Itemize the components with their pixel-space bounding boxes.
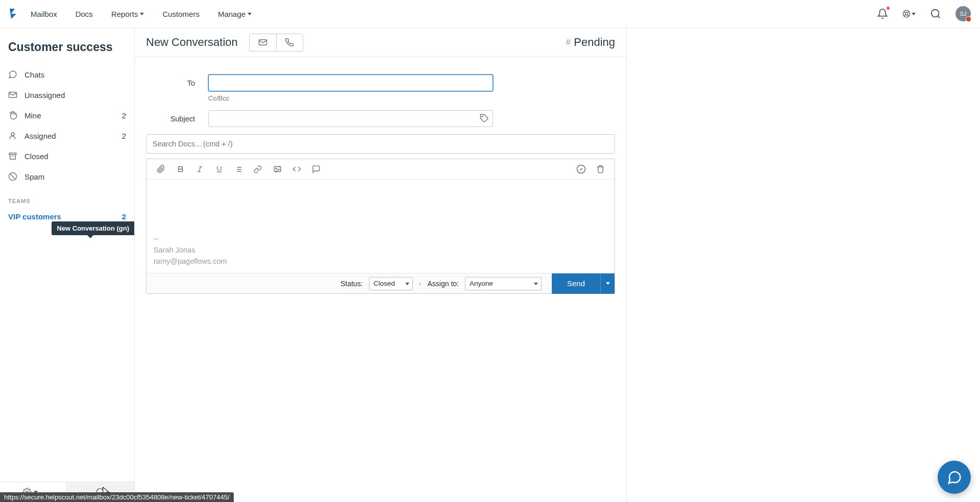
- svg-point-9: [482, 116, 483, 117]
- new-conversation-tooltip: New Conversation (gn): [52, 221, 134, 235]
- underline-button[interactable]: [210, 160, 228, 179]
- code-icon: [292, 165, 301, 173]
- delete-button[interactable]: [591, 160, 609, 179]
- beacon-chat-button[interactable]: [938, 461, 971, 494]
- nav-customers[interactable]: Customers: [162, 10, 200, 18]
- mailbox-name: Customer success: [0, 37, 134, 64]
- search-icon[interactable]: [929, 7, 942, 20]
- paperclip-icon: [157, 165, 165, 173]
- folder-spam[interactable]: Spam: [0, 166, 134, 187]
- conversation-type-toggle: [249, 34, 303, 52]
- folder-closed[interactable]: Closed: [0, 146, 134, 166]
- message-editor: -- Sarah Jonas ramy@pageflows.com Status…: [146, 159, 615, 294]
- italic-icon: [196, 165, 204, 173]
- link-button[interactable]: [249, 160, 267, 179]
- send-options-button[interactable]: [600, 273, 615, 294]
- chat-bubble-icon: [947, 470, 962, 485]
- email-type-button[interactable]: [250, 34, 276, 51]
- main-content: New Conversation # Pending To Cc/Bcc Sub…: [135, 28, 626, 502]
- saved-reply-button[interactable]: [307, 160, 325, 179]
- svg-point-2: [932, 10, 939, 17]
- chevron-right-icon: ›: [419, 280, 422, 288]
- bold-button[interactable]: [171, 160, 189, 179]
- page-title: New Conversation: [146, 36, 238, 49]
- trash-icon: [596, 165, 605, 173]
- envelope-icon: [258, 38, 267, 47]
- conversation-header: New Conversation # Pending: [135, 28, 626, 57]
- signature: -- Sarah Jonas ramy@pageflows.com: [154, 234, 607, 267]
- svg-point-4: [11, 133, 14, 136]
- to-input[interactable]: [208, 74, 493, 91]
- nav-docs[interactable]: Docs: [76, 10, 93, 18]
- subject-input[interactable]: [208, 110, 493, 127]
- hash-icon: #: [566, 37, 571, 47]
- top-nav: Mailbox Docs Reports Customers Manage SJ: [0, 0, 980, 28]
- ccbcc-toggle[interactable]: Cc/Bcc: [208, 94, 615, 102]
- teams-heading: TEAMS: [0, 187, 134, 207]
- image-button[interactable]: [268, 160, 286, 179]
- conversation-status: # Pending: [566, 36, 615, 49]
- hand-icon: [8, 111, 17, 120]
- editor-toolbar: [146, 159, 615, 180]
- right-panel: [626, 28, 980, 502]
- assign-select[interactable]: Anyone: [465, 277, 542, 290]
- chat-icon: [8, 70, 17, 79]
- svg-rect-5: [9, 153, 16, 155]
- help-icon[interactable]: [902, 7, 916, 20]
- notification-dot: [886, 6, 890, 10]
- user-icon: [8, 131, 17, 140]
- archive-icon: [8, 152, 17, 161]
- attachment-button[interactable]: [152, 160, 170, 179]
- svg-point-11: [275, 168, 276, 169]
- svg-point-1: [905, 12, 908, 15]
- caret-down-icon: [606, 282, 610, 285]
- code-button[interactable]: [287, 160, 306, 179]
- speech-icon: [312, 165, 321, 173]
- editor-body[interactable]: -- Sarah Jonas ramy@pageflows.com: [146, 180, 615, 273]
- user-avatar[interactable]: SJ: [955, 6, 971, 21]
- nav-manage[interactable]: Manage: [218, 10, 252, 18]
- nav-mailbox[interactable]: Mailbox: [31, 10, 57, 18]
- bold-icon: [177, 165, 184, 173]
- phone-icon: [285, 38, 294, 47]
- editor-footer: Status: Closed › Assign to: Anyone Send: [146, 273, 615, 293]
- browser-status-url: https://secure.helpscout.net/mailbox/23d…: [0, 492, 234, 502]
- folder-mine[interactable]: Mine 2: [0, 105, 134, 126]
- underline-icon: [215, 165, 223, 173]
- spam-icon: [8, 172, 17, 181]
- send-button[interactable]: Send: [552, 273, 600, 294]
- check-button[interactable]: [572, 160, 590, 179]
- assign-label: Assign to:: [427, 280, 458, 288]
- list-button[interactable]: [229, 160, 248, 179]
- italic-button[interactable]: [190, 160, 209, 179]
- caret-down-icon: [140, 13, 144, 15]
- link-icon: [254, 165, 262, 173]
- nav-reports[interactable]: Reports: [111, 10, 144, 18]
- caret-down-icon: [912, 13, 916, 15]
- to-label: To: [146, 79, 208, 87]
- envelope-icon: [8, 90, 17, 99]
- folder-unassigned[interactable]: Unassigned: [0, 85, 134, 105]
- sidebar: Customer success Chats Unassigned Mine 2…: [0, 28, 135, 502]
- notifications-icon[interactable]: [876, 7, 889, 20]
- check-circle-icon: [576, 164, 586, 174]
- folder-chats[interactable]: Chats: [0, 64, 134, 85]
- list-icon: [234, 165, 242, 173]
- status-label: Status:: [340, 280, 363, 288]
- caret-down-icon: [248, 13, 252, 15]
- tag-icon[interactable]: [480, 114, 489, 125]
- subject-label: Subject: [146, 115, 208, 123]
- helpscout-logo[interactable]: [7, 8, 19, 20]
- phone-type-button[interactable]: [276, 34, 303, 51]
- folder-assigned[interactable]: Assigned 2: [0, 126, 134, 146]
- image-icon: [273, 165, 282, 173]
- svg-rect-10: [274, 167, 281, 172]
- docs-search-input[interactable]: [146, 134, 615, 154]
- status-select[interactable]: Closed: [369, 277, 413, 290]
